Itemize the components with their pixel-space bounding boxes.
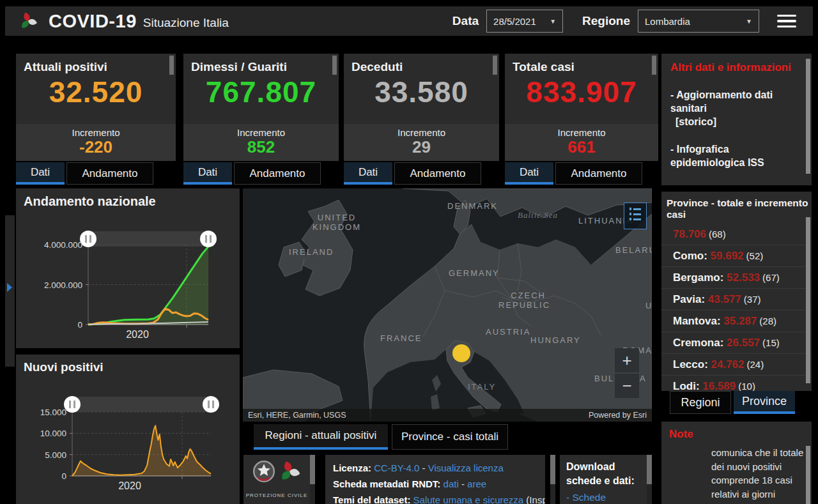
license-link[interactable]: dati <box>444 478 459 489</box>
tab-andamento[interactable]: Andamento <box>234 162 321 185</box>
stat-card-increment: Incremento-220 <box>16 124 176 161</box>
province-total: 43.577 <box>708 293 741 305</box>
map-label-ireland: IRELAND <box>289 247 334 257</box>
scrollbar-thumb[interactable] <box>332 56 337 75</box>
province-increment: (28) <box>759 316 776 326</box>
tab-dati[interactable]: Dati <box>183 162 232 185</box>
note-title: Note <box>669 428 803 441</box>
map-label-hungary: HUNGARY <box>530 335 581 345</box>
download-panel: Download schede e dati: - Schede riepilo… <box>560 455 647 504</box>
tab-regioni-attuali-positivi[interactable]: Regioni - attuali positivi <box>254 424 388 450</box>
region-label: Regione <box>582 14 630 28</box>
protezione-civile-logo-icon <box>277 459 302 484</box>
date-select[interactable]: 28/5/2021 ▼ <box>486 10 563 33</box>
svg-text:2020: 2020 <box>126 329 149 340</box>
tab-dati[interactable]: Dati <box>344 162 392 185</box>
altri-dati-link[interactable]: - Infografica epidemiologica ISS <box>670 142 796 169</box>
province-row[interactable]: Lecco: 24.762(24) <box>661 354 812 376</box>
svg-text:2.000.000: 2.000.000 <box>44 280 82 290</box>
province-row[interactable]: Bergamo: 52.533(67) <box>661 267 812 289</box>
stat-card-value: 32.520 <box>16 75 176 109</box>
nuovi-positivi-panel: 15.00010.0005.00002020 Nuovi positivi <box>16 355 240 504</box>
collapsed-panel-strip[interactable] <box>5 215 15 367</box>
province-row[interactable]: 78.706(68) <box>661 224 812 245</box>
province-name: Pavia: <box>673 293 708 305</box>
hamburger-menu-button[interactable] <box>777 11 796 31</box>
date-label: Data <box>452 14 479 28</box>
province-row[interactable]: Mantova: 35.287(28) <box>661 310 812 332</box>
license-link[interactable]: Visualizza licenza <box>428 462 504 473</box>
stat-card-4: Totale casi833.907Incremento661 <box>505 54 658 161</box>
chart-title: Nuovi positivi <box>24 360 104 374</box>
map-point-lombardia[interactable] <box>452 344 470 362</box>
scrollbar-thumb[interactable] <box>652 56 656 75</box>
increment-value: -220 <box>16 138 176 156</box>
license-link[interactable]: Salute umana e sicurezza <box>413 494 524 504</box>
tab-province[interactable]: Province <box>734 391 795 414</box>
nuovi-positivi-chart[interactable]: 15.00010.0005.00002020 <box>16 355 240 504</box>
andamento-nazionale-chart[interactable]: 4.000.0002.000.00002020 <box>16 188 240 348</box>
province-total: 26.557 <box>727 337 760 349</box>
license-panel: Licenza: CC-BY-4.0 - Visualizza licenzaS… <box>325 455 545 504</box>
province-total: 24.762 <box>711 358 745 370</box>
province-row[interactable]: Pavia: 43.577(37) <box>661 289 812 310</box>
region-select[interactable]: Lombardia ▼ <box>638 10 759 33</box>
increment-label: Incremento <box>183 124 339 138</box>
map-legend-button[interactable] <box>624 202 647 229</box>
scrollbar-thumb[interactable] <box>806 446 810 504</box>
map-label-belarus: BELARUS <box>615 245 652 255</box>
stat-card-value: 833.907 <box>505 75 658 109</box>
increment-label: Incremento <box>16 124 176 138</box>
province-row[interactable]: Cremona: 26.557(15) <box>661 332 812 354</box>
province-increment: (67) <box>762 272 780 283</box>
license-link[interactable]: CC-BY-4.0 <box>374 462 419 473</box>
map-label-denmark: DENMARK <box>447 201 498 211</box>
tab-andamento[interactable]: Andamento <box>555 162 642 185</box>
stat-card-3: Deceduti33.580Incremento29 <box>344 54 499 161</box>
map-label-united-kingdom: UNITEDKINGDOM <box>308 213 366 232</box>
svg-text:0: 0 <box>77 320 82 330</box>
powered-by-esri-link[interactable]: Powered by Esri <box>589 411 647 420</box>
scrollbar-thumb[interactable] <box>806 59 810 174</box>
scrollbar-thumb[interactable] <box>169 56 174 75</box>
province-total: 16.589 <box>702 380 736 391</box>
map-zoom-out-button[interactable]: − <box>615 374 639 398</box>
map-label-czech-republic: CZECHREPUBLIC <box>506 291 550 310</box>
province-row[interactable]: Lodi: 16.589(10) <box>661 376 812 391</box>
altri-dati-link[interactable]: - Sorveglianza integrata <box>670 183 796 185</box>
download-link-schede[interactable]: - Schede riepilogo <box>566 491 640 504</box>
download-title: Download schede e dati: <box>566 460 640 488</box>
altri-dati-link[interactable]: - Aggiornamento dati sanitari <box>670 88 796 115</box>
tab-dati[interactable]: Dati <box>505 162 553 185</box>
italy-emblem-icon <box>251 459 277 484</box>
scrollbar-track[interactable] <box>647 455 652 504</box>
scrollbar-thumb[interactable] <box>806 217 810 383</box>
map-zoom-in-button[interactable]: + <box>615 348 639 372</box>
province-name: Bergamo: <box>673 271 727 284</box>
svg-text:5.000: 5.000 <box>45 450 66 460</box>
increment-value: 852 <box>183 138 339 156</box>
tab-regioni[interactable]: Regioni <box>670 391 731 414</box>
stat-card-increment: Incremento29 <box>344 124 499 161</box>
tab-province-casi-totali[interactable]: Province - casi totali <box>392 424 508 450</box>
map-attribution-sources: Esri, HERE, Garmin, USGS <box>248 411 346 420</box>
license-link[interactable]: aree <box>467 478 486 489</box>
province-increment: (37) <box>744 294 761 305</box>
tab-dati[interactable]: Dati <box>16 162 65 185</box>
province-row[interactable]: Como: 59.692(52) <box>661 245 812 267</box>
tab-andamento[interactable]: Andamento <box>66 162 153 185</box>
map-label-germany: GERMANY <box>449 268 500 278</box>
scrollbar-thumb[interactable] <box>493 56 497 75</box>
europe-map[interactable]: UNITEDKINGDOM IRELAND DENMARK Baltic Sea… <box>243 188 652 422</box>
scrollbar-track[interactable] <box>310 455 315 504</box>
province-panel-title: Province - totale e incremento casi <box>661 192 812 220</box>
logo-panel: PROTEZIONE CIVILE <box>243 455 310 504</box>
note-text: comunica che il totale dei nuovi positiv… <box>711 446 808 504</box>
province-name: Cremona: <box>673 337 727 349</box>
altri-dati-link[interactable]: [storico] <box>670 115 796 128</box>
scrollbar-track[interactable] <box>550 455 555 504</box>
tab-andamento[interactable]: Andamento <box>394 162 481 185</box>
svg-text:15.000: 15.000 <box>40 408 66 417</box>
app-header: COVID-19 Situazione Italia Data 28/5/202… <box>5 6 813 36</box>
province-increment: (10) <box>738 381 755 391</box>
